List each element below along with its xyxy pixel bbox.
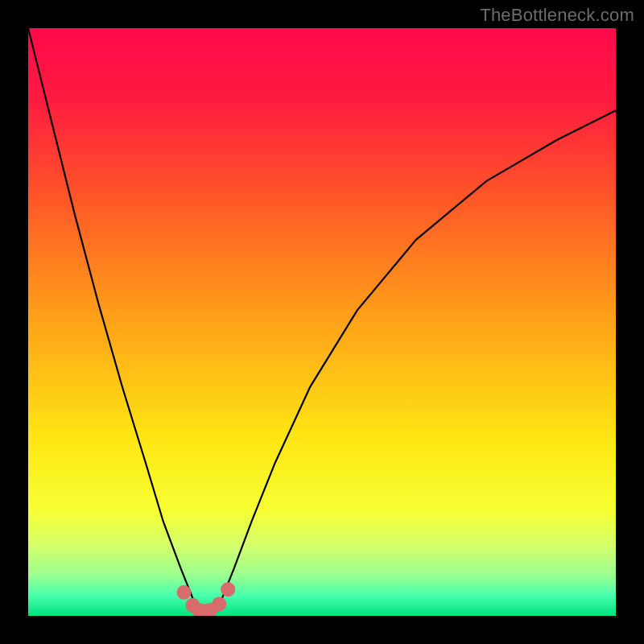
background-gradient bbox=[28, 28, 616, 616]
svg-rect-0 bbox=[28, 28, 616, 616]
chart-frame: TheBottleneck.com bbox=[0, 0, 644, 644]
plot-area bbox=[28, 28, 616, 616]
watermark-text: TheBottleneck.com bbox=[480, 5, 634, 26]
